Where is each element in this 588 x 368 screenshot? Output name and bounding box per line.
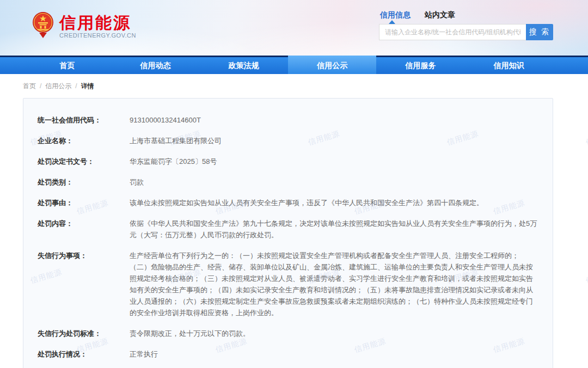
nav-item-4[interactable]: 信用服务 xyxy=(376,57,464,74)
detail-value: 该单位未按照规定如实告知从业人员有关安全生产事项，违反了《中华人民共和国安全生产… xyxy=(130,197,538,208)
detail-row-4: 处罚事由：该单位未按照规定如实告知从业人员有关安全生产事项，违反了《中华人民共和… xyxy=(38,197,538,208)
site-header: 信用能源 CREDITENERGY.GOV.CN 信用信息站内文章 搜 索 xyxy=(0,0,588,56)
watermark: 信用能源 xyxy=(585,129,588,148)
search-tab-1[interactable]: 站内文章 xyxy=(425,10,455,20)
active-tab-pointer-icon xyxy=(389,20,395,24)
detail-value: 生产经营单位有下列行为之一的：（一）未按照规定设置安全生产管理机构或者配备安全生… xyxy=(130,250,538,318)
detail-label: 失信行为事项： xyxy=(38,250,130,318)
detail-label: 统一社会信用代码： xyxy=(38,114,130,126)
search-tab-0[interactable]: 信用信息 xyxy=(380,10,411,20)
detail-value: 正常执行 xyxy=(130,348,538,360)
breadcrumb-item-1[interactable]: 信用公示 xyxy=(45,82,71,90)
search-tabs: 信用信息站内文章 xyxy=(379,10,553,20)
detail-row-3: 处罚类别：罚款 xyxy=(38,176,538,188)
detail-row-1: 企业名称：上海市基础工程集团有限公司 xyxy=(38,135,538,146)
detail-value: 依据《中华人民共和国安全生产法》第九十七条规定，决定对该单位未按照规定如实告知从… xyxy=(130,218,538,241)
nav-items: 首页信用动态政策法规信用公示信用服务信用知识 xyxy=(23,57,553,74)
breadcrumb-separator: / xyxy=(40,82,41,90)
nav-item-3[interactable]: 信用公示 xyxy=(288,56,376,74)
detail-panel: 统一社会信用代码：91310000132414600T企业名称：上海市基础工程集… xyxy=(23,98,553,368)
nav-item-1[interactable]: 信用动态 xyxy=(111,57,199,74)
watermark: 信用能源 xyxy=(585,267,588,286)
site-logo[interactable]: 信用能源 CREDITENERGY.GOV.CN xyxy=(32,11,136,41)
search-input[interactable] xyxy=(379,24,526,40)
detail-row-2: 处罚决定书文号：华东监能罚字〔2025〕58号 xyxy=(38,156,538,167)
page: 信用能源 CREDITENERGY.GOV.CN 信用信息站内文章 搜 索 首页… xyxy=(0,0,588,368)
detail-label: 处罚类别： xyxy=(38,176,130,188)
detail-label: 处罚内容： xyxy=(38,218,130,241)
nav-item-5[interactable]: 信用知识 xyxy=(465,57,553,74)
detail-label: 处罚决定书文号： xyxy=(38,156,130,167)
detail-value: 上海市基础工程集团有限公司 xyxy=(130,135,538,146)
search-row: 搜 索 xyxy=(379,24,553,40)
breadcrumb: 首页/信用公示/详情 xyxy=(23,82,588,91)
detail-row-8: 处罚执行情况：正常执行 xyxy=(38,348,538,360)
detail-value: 91310000132414600T xyxy=(130,114,538,126)
national-emblem-icon xyxy=(32,11,54,41)
detail-row-5: 处罚内容：依据《中华人民共和国安全生产法》第九十七条规定，决定对该单位未按照规定… xyxy=(38,218,538,241)
detail-row-0: 统一社会信用代码：91310000132414600T xyxy=(38,114,538,126)
detail-value: 责令限期改正，处十万元以下的罚款。 xyxy=(130,328,538,339)
logo-subtitle: CREDITENERGY.GOV.CN xyxy=(59,32,136,39)
breadcrumb-item-2: 详情 xyxy=(81,82,94,90)
breadcrumb-separator: / xyxy=(75,82,77,90)
logo-text: 信用能源 CREDITENERGY.GOV.CN xyxy=(59,14,136,39)
main-nav: 首页信用动态政策法规信用公示信用服务信用知识 xyxy=(0,56,588,74)
search-area: 信用信息站内文章 搜 索 xyxy=(379,10,553,40)
detail-label: 企业名称： xyxy=(38,135,130,146)
detail-row-7: 失信行为处罚标准：责令限期改正，处十万元以下的罚款。 xyxy=(38,328,538,339)
detail-value: 华东监能罚字〔2025〕58号 xyxy=(130,156,538,167)
nav-item-0[interactable]: 首页 xyxy=(23,57,111,74)
breadcrumb-item-0[interactable]: 首页 xyxy=(23,82,36,90)
logo-title: 信用能源 xyxy=(59,14,136,32)
detail-value: 罚款 xyxy=(130,176,538,188)
search-button[interactable]: 搜 索 xyxy=(526,24,553,40)
nav-item-2[interactable]: 政策法规 xyxy=(200,57,288,74)
detail-row-6: 失信行为事项：生产经营单位有下列行为之一的：（一）未按照规定设置安全生产管理机构… xyxy=(38,250,538,318)
detail-label: 失信行为处罚标准： xyxy=(38,328,130,339)
detail-label: 处罚执行情况： xyxy=(38,348,130,360)
detail-label: 处罚事由： xyxy=(38,197,130,208)
